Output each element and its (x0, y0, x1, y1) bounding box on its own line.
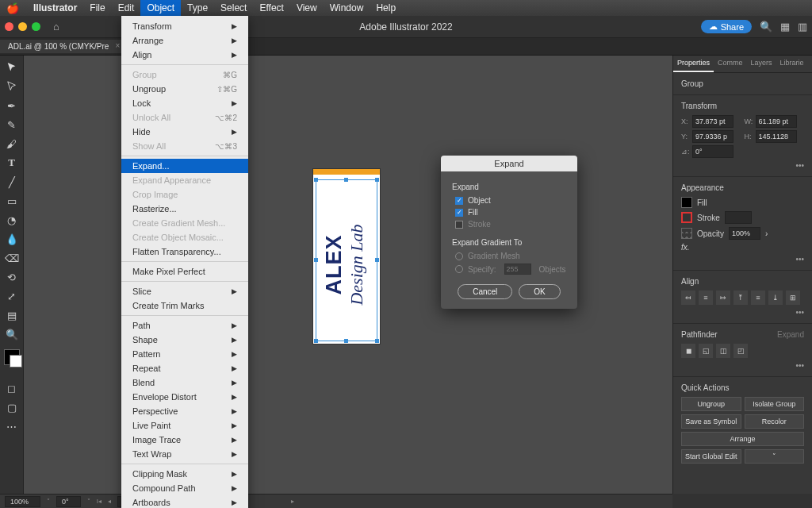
search-icon[interactable]: 🔍 (760, 21, 772, 33)
arrange-docs-icon[interactable]: ▦ (780, 21, 790, 33)
menu-item-hide[interactable]: Hide▶ (121, 125, 248, 139)
recolor-button[interactable]: Recolor (745, 414, 805, 429)
menu-item-slice[interactable]: Slice▶ (121, 284, 248, 298)
zoom-window-button[interactable] (32, 22, 40, 31)
share-button[interactable]: ☁Share (701, 20, 752, 33)
h-input[interactable] (756, 130, 797, 143)
ungroup-button[interactable]: Ungroup (681, 397, 741, 411)
screen-mode[interactable]: ▢ (3, 398, 21, 416)
menu-item-create-trim-marks[interactable]: Create Trim Marks (121, 298, 248, 313)
rotate-tool[interactable]: ⟲ (3, 268, 21, 286)
ok-button[interactable]: OK (519, 284, 560, 299)
gradient-tool[interactable]: ▤ (3, 306, 21, 324)
menu-item-path[interactable]: Path▶ (121, 318, 248, 333)
start-global-edit-button[interactable]: Start Global Edit (681, 449, 741, 464)
menu-item-blend[interactable]: Blend▶ (121, 375, 248, 390)
tab-comments[interactable]: Comme (714, 56, 747, 72)
chevron-down-icon[interactable]: ˅ (745, 449, 805, 464)
menu-item-perspective[interactable]: Perspective▶ (121, 404, 248, 418)
document-tab[interactable]: × ADL.ai @ 100 % (CMYK/Pre (0, 40, 124, 53)
selection-handle[interactable] (314, 178, 318, 182)
more-options-icon[interactable]: ••• (681, 161, 804, 170)
shape-builder-tool[interactable]: ◔ (3, 211, 21, 229)
workspace-icon[interactable]: ▥ (798, 21, 807, 33)
selection-tool[interactable] (3, 59, 21, 76)
apple-menu-icon[interactable]: 🍎 (6, 2, 19, 14)
menu-item-flatten-transparency-[interactable]: Flatten Transparency... (121, 244, 248, 259)
arrange-button[interactable]: Arrange (681, 432, 804, 446)
rotate-view-dropdown[interactable]: 0° (56, 496, 81, 507)
object-checkbox[interactable]: ✓ (455, 197, 463, 205)
w-input[interactable] (756, 115, 797, 128)
edit-toolbar[interactable]: ⋯ (3, 418, 21, 435)
menu-window[interactable]: Window (324, 0, 370, 16)
eyedropper-tool[interactable]: 💧 (3, 230, 21, 248)
menu-item-pattern[interactable]: Pattern▶ (121, 347, 248, 361)
fill-checkbox[interactable]: ✓ (455, 209, 463, 217)
align-right-icon[interactable]: ⤇ (716, 291, 730, 305)
app-menu[interactable]: Illustrator (27, 0, 83, 16)
exclude-icon[interactable]: ◰ (733, 344, 748, 358)
selection-handle[interactable] (375, 258, 379, 262)
zoom-tool[interactable]: 🔍 (3, 325, 21, 343)
selection-handle[interactable] (344, 339, 348, 343)
eraser-tool[interactable]: ⌫ (3, 249, 21, 267)
menu-effect[interactable]: Effect (253, 0, 289, 16)
align-top-icon[interactable]: ⤒ (733, 291, 748, 305)
menu-item-live-paint[interactable]: Live Paint▶ (121, 418, 248, 433)
paintbrush-tool[interactable]: 🖌 (3, 135, 21, 152)
stroke-swatch[interactable] (681, 212, 692, 223)
doctab-close-icon[interactable]: × (116, 41, 121, 50)
tab-libraries[interactable]: Librarie (776, 56, 808, 72)
selection-handle[interactable] (344, 178, 348, 182)
menu-item-expand-[interactable]: Expand... (121, 159, 248, 173)
menu-item-lock[interactable]: Lock▶ (121, 96, 248, 110)
zoom-dropdown[interactable]: 100% (5, 496, 40, 507)
align-hcenter-icon[interactable]: ≡ (699, 291, 713, 305)
menu-help[interactable]: Help (370, 0, 402, 16)
opacity-input[interactable] (729, 227, 760, 240)
more-options-icon[interactable]: ••• (681, 361, 804, 370)
selection-handle[interactable] (375, 178, 379, 182)
align-bottom-icon[interactable]: ⤓ (768, 291, 783, 305)
intersect-icon[interactable]: ◫ (716, 344, 730, 358)
opacity-swatch[interactable] (681, 228, 692, 239)
prev-artboard-icon[interactable]: ◂ (108, 498, 111, 505)
menu-type[interactable]: Type (181, 0, 214, 16)
unite-icon[interactable]: ◼ (681, 344, 695, 358)
cancel-button[interactable]: Cancel (458, 284, 512, 299)
menu-item-compound-path[interactable]: Compound Path▶ (121, 481, 248, 495)
type-tool[interactable]: T (3, 154, 21, 171)
menu-item-transform[interactable]: Transform▶ (121, 19, 248, 33)
tab-layers[interactable]: Layers (747, 56, 776, 72)
menu-object[interactable]: Object (140, 0, 181, 16)
menu-select[interactable]: Select (214, 0, 253, 16)
menu-item-ungroup[interactable]: Ungroup⇧⌘G (121, 82, 248, 96)
curvature-tool[interactable]: ✎ (3, 116, 21, 133)
direct-selection-tool[interactable] (3, 78, 21, 95)
menu-item-shape[interactable]: Shape▶ (121, 333, 248, 347)
align-vcenter-icon[interactable]: ≡ (751, 291, 765, 305)
isolate-group-button[interactable]: Isolate Group (745, 397, 805, 411)
align-to-icon[interactable]: ⊞ (786, 291, 800, 305)
chevron-right-icon[interactable]: › (765, 229, 768, 238)
status-flyout-icon[interactable]: ▸ (291, 498, 294, 505)
more-options-icon[interactable]: ••• (681, 308, 804, 317)
selection-handle[interactable] (314, 258, 318, 262)
first-artboard-icon[interactable]: I◂ (97, 498, 102, 505)
y-input[interactable] (692, 130, 733, 143)
pen-tool[interactable]: ✒ (3, 97, 21, 114)
minimize-window-button[interactable] (18, 22, 27, 31)
menu-item-envelope-distort[interactable]: Envelope Distort▶ (121, 390, 248, 404)
menu-item-text-wrap[interactable]: Text Wrap▶ (121, 447, 248, 461)
menu-item-make-pixel-perfect[interactable]: Make Pixel Perfect (121, 264, 248, 279)
save-symbol-button[interactable]: Save as Symbol (681, 414, 741, 429)
menu-view[interactable]: View (290, 0, 324, 16)
stroke-weight-input[interactable] (725, 211, 752, 224)
menu-edit[interactable]: Edit (112, 0, 141, 16)
menu-item-image-trace[interactable]: Image Trace▶ (121, 433, 248, 447)
selection-handle[interactable] (375, 339, 379, 343)
menu-item-rasterize-[interactable]: Rasterize... (121, 202, 248, 216)
rotate-input[interactable] (692, 145, 733, 158)
chevron-down-icon[interactable]: ˅ (47, 498, 50, 505)
